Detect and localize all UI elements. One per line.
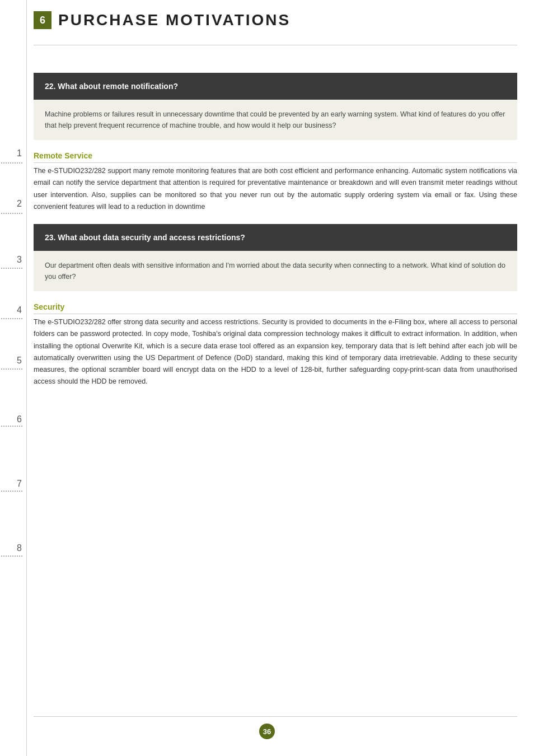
section-label-remote-service: Remote Service <box>34 151 517 163</box>
main-content: 22. What about remote notification? Mach… <box>34 56 517 399</box>
qa-block-22: 22. What about remote notification? Mach… <box>34 73 517 140</box>
question-title-23: 23. What about data security and access … <box>45 233 506 242</box>
dot-line-4 <box>1 318 22 319</box>
header-rule <box>34 45 517 45</box>
section-label-security: Security <box>34 302 517 314</box>
page-header: 6 PURCHASE MOTIVATIONS <box>34 11 517 29</box>
sidebar-number-1: 1 <box>17 148 22 158</box>
answer-box-22: Machine problems or failures result in u… <box>34 100 517 140</box>
answer-text-23: Our department often deals with sensitiv… <box>45 262 505 281</box>
sidebar-number-5: 5 <box>17 356 22 366</box>
answer-text-22: Machine problems or failures result in u… <box>45 110 505 129</box>
chapter-title: PURCHASE MOTIVATIONS <box>58 11 291 29</box>
question-number-22: 22 <box>45 82 54 91</box>
question-box-22: 22. What about remote notification? <box>34 73 517 100</box>
sidebar-number-7: 7 <box>17 479 22 489</box>
chapter-number: 6 <box>34 11 51 29</box>
answer-box-23: Our department often deals with sensitiv… <box>34 251 517 291</box>
question-number-23: 23 <box>45 233 54 242</box>
remote-service-body: The e-STUDIO232/282 support many remote … <box>34 165 517 213</box>
sidebar-number-2: 2 <box>17 199 22 209</box>
dot-line-6 <box>1 426 22 427</box>
dot-line-8 <box>1 556 22 557</box>
question-title-22: 22. What about remote notification? <box>45 82 506 91</box>
page-number: 36 <box>259 724 275 739</box>
qa-block-23: 23. What about data security and access … <box>34 224 517 291</box>
page-number-container: 36 <box>259 724 275 739</box>
question-text-22: What about remote notification? <box>58 82 178 91</box>
bottom-rule <box>34 716 517 717</box>
sidebar-number-4: 4 <box>17 305 22 315</box>
sidebar-number-6: 6 <box>17 414 22 424</box>
security-body: The e-STUDIO232/282 offer strong data se… <box>34 316 517 388</box>
dot-line-5 <box>1 368 22 370</box>
dot-line-7 <box>1 491 22 492</box>
question-box-23: 23. What about data security and access … <box>34 224 517 251</box>
sidebar: 1 2 3 4 5 6 7 8 <box>0 0 27 756</box>
dot-line-2 <box>1 213 22 214</box>
sidebar-number-3: 3 <box>17 255 22 265</box>
sidebar-number-8: 8 <box>17 543 22 553</box>
question-text-23: What about data security and access rest… <box>58 233 245 242</box>
dot-line-3 <box>1 268 22 269</box>
dot-line-1 <box>1 162 22 164</box>
